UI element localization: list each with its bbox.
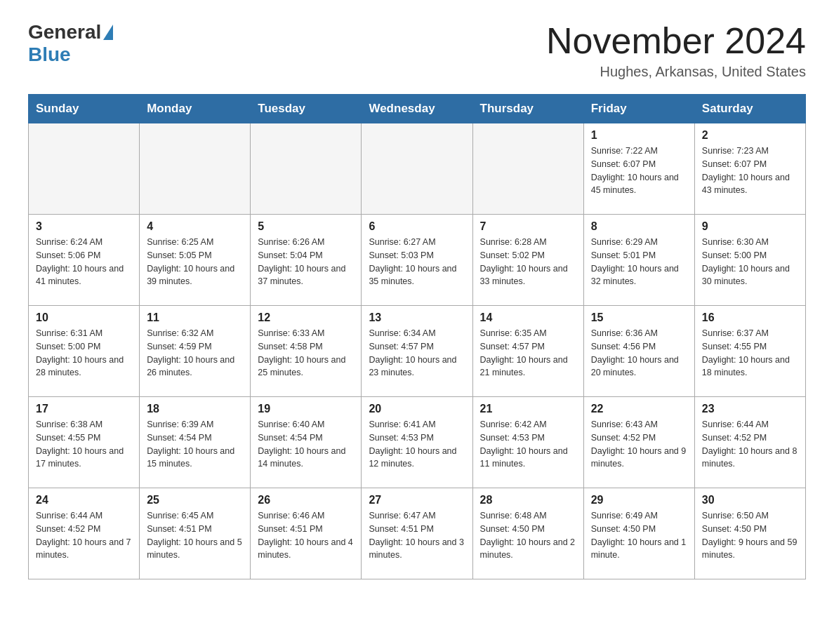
calendar-cell: 14Sunrise: 6:35 AM Sunset: 4:57 PM Dayli… [472,306,583,397]
calendar-cell: 17Sunrise: 6:38 AM Sunset: 4:55 PM Dayli… [29,397,140,488]
day-info: Sunrise: 6:47 AM Sunset: 4:51 PM Dayligh… [369,509,465,562]
calendar-cell: 29Sunrise: 6:49 AM Sunset: 4:50 PM Dayli… [583,488,694,579]
day-number: 17 [36,403,132,415]
calendar-cell [251,123,362,215]
day-info: Sunrise: 6:26 AM Sunset: 5:04 PM Dayligh… [258,236,354,288]
calendar-cell: 15Sunrise: 6:36 AM Sunset: 4:56 PM Dayli… [583,306,694,397]
day-number: 14 [480,311,576,324]
day-number: 29 [591,494,687,507]
weekday-header-wednesday: Wednesday [362,95,472,123]
calendar-cell: 3Sunrise: 6:24 AM Sunset: 5:06 PM Daylig… [29,215,140,306]
day-info: Sunrise: 6:25 AM Sunset: 5:05 PM Dayligh… [147,236,243,288]
day-number: 22 [591,403,687,415]
day-number: 25 [147,494,243,507]
day-info: Sunrise: 6:45 AM Sunset: 4:51 PM Dayligh… [147,509,243,562]
weekday-header-monday: Monday [140,95,251,123]
calendar-week-2: 3Sunrise: 6:24 AM Sunset: 5:06 PM Daylig… [29,215,806,306]
day-number: 9 [702,220,798,233]
weekday-header-friday: Friday [583,95,694,123]
day-info: Sunrise: 6:46 AM Sunset: 4:51 PM Dayligh… [258,509,354,562]
day-number: 28 [480,494,576,507]
calendar-cell: 12Sunrise: 6:33 AM Sunset: 4:58 PM Dayli… [251,306,362,397]
weekday-header-saturday: Saturday [694,95,805,123]
calendar-body: 1Sunrise: 7:22 AM Sunset: 6:07 PM Daylig… [29,123,806,579]
calendar-cell: 6Sunrise: 6:27 AM Sunset: 5:03 PM Daylig… [362,215,472,306]
weekday-header-sunday: Sunday [29,95,140,123]
day-info: Sunrise: 6:27 AM Sunset: 5:03 PM Dayligh… [369,236,465,288]
calendar-title: November 2024 [546,21,806,61]
day-number: 2 [702,129,798,142]
day-info: Sunrise: 6:32 AM Sunset: 4:59 PM Dayligh… [147,327,243,380]
day-number: 1 [591,129,687,142]
day-number: 27 [369,494,465,507]
day-info: Sunrise: 6:36 AM Sunset: 4:56 PM Dayligh… [591,327,687,380]
calendar-week-4: 17Sunrise: 6:38 AM Sunset: 4:55 PM Dayli… [29,397,806,488]
calendar-cell: 1Sunrise: 7:22 AM Sunset: 6:07 PM Daylig… [583,123,694,215]
calendar-cell [29,123,140,215]
day-number: 13 [369,311,465,324]
day-info: Sunrise: 6:43 AM Sunset: 4:52 PM Dayligh… [591,418,687,471]
day-number: 5 [258,220,354,233]
title-section: November 2024 Hughes, Arkansas, United S… [546,21,806,80]
day-number: 7 [480,220,576,233]
calendar-cell: 13Sunrise: 6:34 AM Sunset: 4:57 PM Dayli… [362,306,472,397]
day-info: Sunrise: 6:30 AM Sunset: 5:00 PM Dayligh… [702,236,798,288]
calendar-cell: 18Sunrise: 6:39 AM Sunset: 4:54 PM Dayli… [140,397,251,488]
day-number: 3 [36,220,132,233]
logo-blue-text: Blue [28,43,71,65]
day-number: 26 [258,494,354,507]
day-number: 4 [147,220,243,233]
day-info: Sunrise: 6:39 AM Sunset: 4:54 PM Dayligh… [147,418,243,471]
calendar-week-5: 24Sunrise: 6:44 AM Sunset: 4:52 PM Dayli… [29,488,806,579]
page-header: General Blue November 2024 Hughes, Arkan… [28,21,806,80]
calendar-cell: 19Sunrise: 6:40 AM Sunset: 4:54 PM Dayli… [251,397,362,488]
calendar-cell: 2Sunrise: 7:23 AM Sunset: 6:07 PM Daylig… [694,123,805,215]
logo: General Blue [28,21,114,66]
calendar-cell: 5Sunrise: 6:26 AM Sunset: 5:04 PM Daylig… [251,215,362,306]
day-number: 23 [702,403,798,415]
weekday-header-row: SundayMondayTuesdayWednesdayThursdayFrid… [29,95,806,123]
day-info: Sunrise: 6:42 AM Sunset: 4:53 PM Dayligh… [480,418,576,471]
day-number: 12 [258,311,354,324]
calendar-cell [140,123,251,215]
day-info: Sunrise: 6:44 AM Sunset: 4:52 PM Dayligh… [702,418,798,471]
day-info: Sunrise: 6:24 AM Sunset: 5:06 PM Dayligh… [36,236,132,288]
calendar-cell: 22Sunrise: 6:43 AM Sunset: 4:52 PM Dayli… [583,397,694,488]
day-number: 11 [147,311,243,324]
calendar-subtitle: Hughes, Arkansas, United States [546,64,806,80]
calendar-cell: 21Sunrise: 6:42 AM Sunset: 4:53 PM Dayli… [472,397,583,488]
day-info: Sunrise: 6:37 AM Sunset: 4:55 PM Dayligh… [702,327,798,380]
calendar-header: SundayMondayTuesdayWednesdayThursdayFrid… [29,95,806,123]
day-number: 19 [258,403,354,415]
logo-general-text: General [28,21,101,43]
day-number: 30 [702,494,798,507]
day-info: Sunrise: 6:28 AM Sunset: 5:02 PM Dayligh… [480,236,576,288]
day-info: Sunrise: 7:23 AM Sunset: 6:07 PM Dayligh… [702,145,798,197]
day-info: Sunrise: 6:31 AM Sunset: 5:00 PM Dayligh… [36,327,132,380]
day-info: Sunrise: 6:29 AM Sunset: 5:01 PM Dayligh… [591,236,687,288]
calendar-cell: 4Sunrise: 6:25 AM Sunset: 5:05 PM Daylig… [140,215,251,306]
logo-triangle-icon [103,25,113,40]
day-info: Sunrise: 6:40 AM Sunset: 4:54 PM Dayligh… [258,418,354,471]
calendar-cell: 27Sunrise: 6:47 AM Sunset: 4:51 PM Dayli… [362,488,472,579]
day-number: 20 [369,403,465,415]
day-info: Sunrise: 6:41 AM Sunset: 4:53 PM Dayligh… [369,418,465,471]
calendar-cell: 9Sunrise: 6:30 AM Sunset: 5:00 PM Daylig… [694,215,805,306]
calendar-cell [472,123,583,215]
weekday-header-thursday: Thursday [472,95,583,123]
weekday-header-tuesday: Tuesday [251,95,362,123]
calendar-cell: 26Sunrise: 6:46 AM Sunset: 4:51 PM Dayli… [251,488,362,579]
day-number: 8 [591,220,687,233]
day-number: 6 [369,220,465,233]
day-info: Sunrise: 6:35 AM Sunset: 4:57 PM Dayligh… [480,327,576,380]
day-number: 16 [702,311,798,324]
calendar-cell: 11Sunrise: 6:32 AM Sunset: 4:59 PM Dayli… [140,306,251,397]
day-info: Sunrise: 7:22 AM Sunset: 6:07 PM Dayligh… [591,145,687,197]
day-info: Sunrise: 6:34 AM Sunset: 4:57 PM Dayligh… [369,327,465,380]
calendar-table: SundayMondayTuesdayWednesdayThursdayFrid… [28,94,806,579]
day-number: 15 [591,311,687,324]
day-info: Sunrise: 6:50 AM Sunset: 4:50 PM Dayligh… [702,509,798,562]
calendar-cell: 28Sunrise: 6:48 AM Sunset: 4:50 PM Dayli… [472,488,583,579]
day-info: Sunrise: 6:44 AM Sunset: 4:52 PM Dayligh… [36,509,132,562]
calendar-week-3: 10Sunrise: 6:31 AM Sunset: 5:00 PM Dayli… [29,306,806,397]
